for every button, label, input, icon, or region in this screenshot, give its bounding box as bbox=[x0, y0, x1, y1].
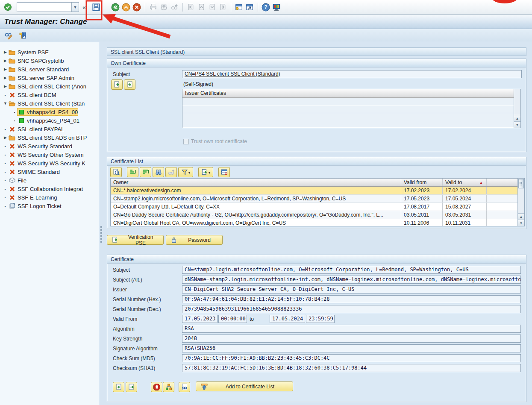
next-page-button[interactable] bbox=[207, 2, 218, 12]
cell-valid-to[interactable]: 15.08.2027 bbox=[443, 203, 487, 211]
tree-item-ssl-client-standard[interactable]: SSL client SSL Client (Stan bbox=[0, 99, 99, 108]
previous-page-button[interactable] bbox=[196, 2, 207, 12]
splitter-grip-icon[interactable] bbox=[100, 226, 102, 243]
column-owner[interactable]: Owner bbox=[111, 179, 401, 186]
valid-from-time-field[interactable]: 00:00:00 bbox=[218, 315, 247, 323]
certificate-row[interactable]: CN=*.halocreativedesign.com 17.02.2023 1… bbox=[111, 187, 517, 195]
expander-icon[interactable] bbox=[3, 59, 8, 63]
details-button[interactable] bbox=[110, 167, 122, 177]
export-list-button[interactable] bbox=[198, 167, 213, 177]
find-next-button[interactable] bbox=[169, 2, 180, 12]
cell-valid-from[interactable]: 17.05.2023 bbox=[401, 195, 443, 202]
serial-hex-value-field[interactable]: 0F:9A:47:94:61:04:DB:82:E1:A2:14:5F:10:7… bbox=[182, 295, 521, 303]
column-valid-from[interactable]: Valid from bbox=[401, 179, 443, 186]
tree-item-snc[interactable]: SNC SAPCryptolib bbox=[0, 56, 99, 65]
tree-item-ssl-client-paypal[interactable]: SSL client PAYPAL bbox=[0, 125, 99, 133]
cell-valid-from[interactable]: 03.05.2011 bbox=[401, 211, 443, 219]
sort-descending-button[interactable] bbox=[140, 167, 151, 177]
print-button[interactable] bbox=[148, 2, 159, 12]
back-button[interactable] bbox=[110, 2, 121, 12]
tree-item-ws-security-other[interactable]: WS Security Other System bbox=[0, 150, 99, 159]
collapse-button[interactable] bbox=[82, 4, 86, 11]
certificate-row[interactable]: O=Default Company Ltd, L=Default City, C… bbox=[111, 203, 517, 211]
block-certificate-button[interactable] bbox=[151, 382, 162, 392]
subject-alt-value-field[interactable]: dNSName=stamp2.login.microsoftonline-int… bbox=[182, 276, 521, 284]
display-change-button[interactable] bbox=[3, 30, 14, 41]
cell-owner[interactable]: CN=DigiCert Global Root CA, OU=www.digic… bbox=[111, 219, 401, 226]
help-button[interactable]: ? bbox=[261, 2, 271, 12]
expander-icon[interactable] bbox=[3, 50, 8, 54]
create-shortcut-button[interactable] bbox=[244, 2, 255, 12]
certificate-row[interactable]: CN=stamp2.login.microsoftonline.com, O=M… bbox=[111, 195, 517, 203]
own-subject-field[interactable]: CN=PS4 SSL client SSL Client (Standard) bbox=[182, 70, 522, 78]
save-button[interactable] bbox=[91, 2, 102, 12]
tree-item-ssl-client-bcm[interactable]: SSL client BCM bbox=[0, 91, 99, 99]
cell-owner[interactable]: O=Default Company Ltd, L=Default City, C… bbox=[111, 203, 401, 211]
password-button[interactable]: Password bbox=[166, 235, 223, 245]
import-certificate-button[interactable] bbox=[113, 382, 124, 392]
find-button[interactable] bbox=[159, 2, 169, 12]
scrollbar-thumb[interactable] bbox=[518, 179, 524, 188]
layout-button[interactable] bbox=[218, 167, 230, 177]
expander-icon[interactable] bbox=[3, 67, 8, 71]
find-certificate-button[interactable] bbox=[153, 167, 164, 177]
certificate-hierarchy-button[interactable] bbox=[163, 382, 174, 392]
tree-item-ssf-logon-ticket[interactable]: SSF Logon Ticket bbox=[0, 202, 99, 210]
tree-item-vhhapps4ci[interactable]: vhhapps4ci_PS4_00 bbox=[0, 108, 99, 116]
issuer-list-row[interactable] bbox=[182, 113, 514, 128]
trust-root-checkbox[interactable] bbox=[183, 139, 189, 144]
customize-layout-button[interactable] bbox=[271, 2, 282, 12]
cell-owner[interactable]: CN=stamp2.login.microsoftonline.com, O=M… bbox=[111, 195, 401, 202]
cell-valid-from[interactable]: 10.11.2006 bbox=[401, 219, 443, 226]
scroll-down-icon[interactable] bbox=[518, 220, 524, 226]
cell-valid-from[interactable]: 17.02.2023 bbox=[401, 187, 443, 194]
md5-checksum-value-field[interactable]: 70:9A:1E:CC:FF:90:F1:A9:BB:B2:23:43:45:C… bbox=[182, 354, 521, 362]
pse-distribute-button[interactable] bbox=[18, 30, 28, 41]
scroll-up-icon[interactable] bbox=[518, 213, 524, 220]
cell-owner[interactable]: CN=*.halocreativedesign.com bbox=[111, 187, 401, 194]
display-certificate-button[interactable] bbox=[179, 382, 190, 392]
issuer-list-row[interactable] bbox=[182, 106, 514, 113]
cell-owner[interactable]: CN=Go Daddy Secure Certificate Authority… bbox=[111, 211, 401, 219]
up-button[interactable] bbox=[121, 2, 132, 12]
signature-algorithm-value-field[interactable]: RSA+SHA256 bbox=[182, 344, 521, 352]
serial-dec-value-field[interactable]: 20739485459863931196616854659088823336 bbox=[182, 305, 521, 313]
scroll-down-icon[interactable] bbox=[514, 121, 520, 128]
certificate-table-scrollbar[interactable] bbox=[517, 179, 524, 226]
expander-icon[interactable] bbox=[3, 135, 8, 140]
tree-item-system-pse[interactable]: System PSE bbox=[0, 48, 99, 56]
column-valid-to[interactable]: Valid to bbox=[443, 179, 487, 186]
valid-to-date-field[interactable]: 17.05.2024 bbox=[270, 315, 305, 323]
certificate-row[interactable]: CN=DigiCert Global Root CA, OU=www.digic… bbox=[111, 219, 517, 226]
issuer-list-scrollbar[interactable] bbox=[514, 89, 520, 128]
expander-icon[interactable] bbox=[3, 76, 8, 80]
exit-button[interactable] bbox=[132, 2, 142, 12]
add-to-certificate-list-button[interactable]: Add to Certificate List bbox=[196, 382, 293, 391]
last-page-button[interactable] bbox=[218, 2, 228, 12]
tree-item-ssl-client-anon[interactable]: SSL client SSL Client (Anon bbox=[0, 82, 99, 91]
new-session-button[interactable] bbox=[234, 2, 244, 12]
find-next-certificate-button[interactable] bbox=[165, 167, 177, 177]
valid-from-date-field[interactable]: 17.05.2023 bbox=[182, 315, 218, 323]
filter-button[interactable] bbox=[178, 167, 193, 177]
subject-value-field[interactable]: CN=stamp2.login.microsoftonline.com, O=M… bbox=[182, 266, 521, 274]
tree-item-smime[interactable]: SMIME Standard bbox=[0, 167, 99, 176]
tree-item-ws-security-ws[interactable]: WS Security WS Security K bbox=[0, 159, 99, 167]
command-input[interactable] bbox=[17, 3, 71, 12]
issuer-list-row[interactable] bbox=[182, 98, 514, 106]
tree-item-file[interactable]: File bbox=[0, 176, 99, 185]
scroll-up-icon[interactable] bbox=[514, 115, 520, 121]
issuer-value-field[interactable]: CN=DigiCert SHA2 Secure Server CA, O=Dig… bbox=[182, 285, 521, 293]
cell-valid-to[interactable]: 10.11.2031 bbox=[443, 219, 487, 226]
export-certificate-button[interactable] bbox=[126, 382, 137, 392]
sha1-checksum-value-field[interactable]: 57:81:8C:32:19:AC:FC:5D:16:3E:BD:4B:18:3… bbox=[182, 364, 521, 372]
valid-to-time-field[interactable]: 23:59:59 bbox=[306, 315, 335, 323]
key-strength-value-field[interactable]: 2048 bbox=[182, 335, 521, 343]
tree-item-ssl-server-standard[interactable]: SSL server Standard bbox=[0, 65, 99, 73]
command-field[interactable] bbox=[17, 2, 79, 12]
first-page-button[interactable] bbox=[185, 2, 196, 12]
tree-splitter[interactable] bbox=[99, 42, 104, 405]
expander-icon[interactable] bbox=[3, 84, 8, 88]
enter-button[interactable] bbox=[3, 2, 13, 12]
tree-item-ssl-server-sap-admin[interactable]: SSL server SAP Admin bbox=[0, 73, 99, 82]
